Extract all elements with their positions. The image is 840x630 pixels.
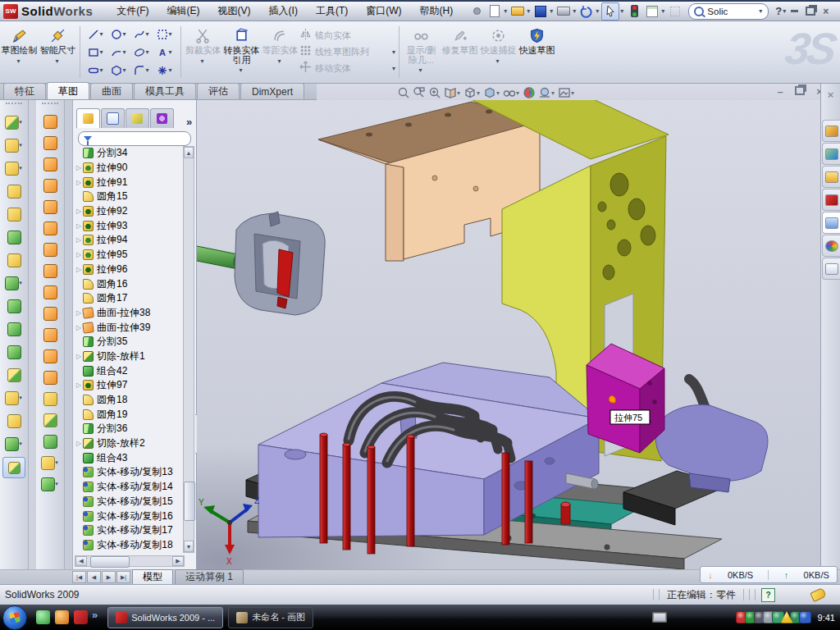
tool-swept-surface[interactable]: [36, 153, 64, 175]
tool-instant3d[interactable]: [0, 455, 28, 480]
sketch-entity-slot[interactable]: ▾: [84, 62, 107, 80]
tree-item-拉伸94[interactable]: ▷拉伸94: [75, 233, 185, 248]
nav-first-button[interactable]: |◀: [72, 571, 86, 583]
tool-delete-face[interactable]: [36, 303, 64, 324]
tool-ruled-surface[interactable]: [36, 281, 64, 303]
expander-icon[interactable]: ▷: [75, 179, 83, 186]
convert-entities-dropdown-icon[interactable]: ▾: [239, 66, 242, 74]
tree-item-分割34[interactable]: 分割34: [75, 146, 185, 161]
tool-planar-surface[interactable]: [36, 239, 64, 260]
tool-trim-surface[interactable]: [36, 367, 64, 388]
fm-overflow-chevron[interactable]: »: [186, 116, 192, 128]
hud-zoom-magnify[interactable]: [428, 86, 441, 99]
fm-tab-dimxpertmanager[interactable]: [150, 108, 174, 128]
sketch-entity-arc[interactable]: ▾: [107, 43, 130, 62]
tree-horizontal-scrollbar[interactable]: ◀ ▶: [75, 555, 185, 567]
minimize-button[interactable]: [787, 4, 802, 18]
tree-item-圆角16[interactable]: 圆角16: [75, 276, 185, 291]
tool-offset-surface[interactable]: [36, 260, 64, 281]
part-gray-slide[interactable]: [235, 212, 325, 315]
tree-item-实体-移动/复制13[interactable]: 实体-移动/复制13: [75, 465, 185, 480]
nav-next-button[interactable]: ▶: [102, 571, 116, 583]
display-delete-relations-dropdown-icon[interactable]: ▾: [418, 66, 422, 74]
search-input[interactable]: Solic ▾: [688, 3, 769, 20]
expander-icon[interactable]: ▷: [75, 381, 83, 389]
keyboard-icon[interactable]: [652, 612, 667, 623]
expander-icon[interactable]: ▷: [75, 440, 83, 447]
tree-vertical-scrollbar[interactable]: ▲ ▼: [183, 146, 194, 553]
task-pane-close-icon[interactable]: ×: [821, 89, 840, 101]
tool-knit-surface[interactable]: [36, 409, 64, 431]
tool-revolved-surface[interactable]: [36, 132, 64, 153]
ghost-icon[interactable]: [667, 3, 683, 20]
tree-item-分割35[interactable]: 分割35: [75, 335, 185, 349]
task-pane-tab-solidworks-resources[interactable]: [822, 120, 840, 142]
cm-button-rapid-sketch[interactable]: 快速草图: [518, 21, 556, 83]
tool-shell[interactable]: [0, 226, 28, 249]
print-icon[interactable]: [555, 3, 572, 20]
tree-item-实体-移动/复制15[interactable]: 实体-移动/复制15: [75, 495, 185, 509]
restore-button[interactable]: [802, 4, 818, 18]
tool-lofted-boss[interactable]: [0, 203, 28, 226]
doc-minimize-button[interactable]: –: [773, 85, 788, 98]
menu-7[interactable]: 帮助(H): [411, 1, 463, 21]
options-list-icon[interactable]: [644, 3, 660, 20]
tool-combine[interactable]: [0, 340, 28, 363]
hud-zoom-area[interactable]: [413, 86, 426, 99]
toolbar-grip[interactable]: [42, 103, 58, 108]
fm-tab-configurationmanager[interactable]: [126, 108, 149, 128]
cm-button-repair-sketch[interactable]: 修复草图: [441, 21, 479, 83]
sketch-entity-sketch-fillet[interactable]: ▾: [130, 62, 153, 80]
hud-apply-scene[interactable]: ▾: [538, 86, 555, 99]
print-dropdown-icon[interactable]: ▾: [573, 7, 576, 15]
scroll-left-icon[interactable]: ◀: [75, 556, 87, 566]
cm-button-quick-snaps[interactable]: 快速捕捉▾: [479, 21, 518, 83]
fm-tab-propertymanager[interactable]: [101, 108, 125, 128]
tree-item-组合43[interactable]: 组合43: [75, 450, 185, 465]
tree-item-分割36[interactable]: 分割36: [75, 422, 185, 436]
expander-icon[interactable]: ▷: [75, 251, 83, 258]
toolbar-grip[interactable]: [6, 103, 22, 108]
tool-boundary-surface[interactable]: [36, 196, 64, 217]
sketch-dropdown-icon[interactable]: ▾: [16, 57, 20, 65]
network-monitor-widget[interactable]: ↓ 0KB/S ↑ 0KB/S: [700, 566, 838, 583]
tool-hole-wizard[interactable]: [0, 249, 28, 272]
start-button[interactable]: [2, 605, 27, 630]
tree-item-组合42[interactable]: 组合42: [75, 363, 185, 378]
taskbar-button-未命名 - 画图[interactable]: 未命名 - 画图: [228, 607, 313, 628]
tool-thicken[interactable]: [36, 431, 64, 452]
cm-button-convert-entities[interactable]: 转换实体引用▾: [222, 21, 261, 83]
bottom-tab-模型[interactable]: 模型: [132, 569, 173, 584]
command-tab-草图[interactable]: 草图: [47, 82, 89, 99]
task-pane-tab-view-palette[interactable]: [822, 212, 840, 234]
tree-item-曲面-拉伸39[interactable]: ▷曲面-拉伸39: [75, 320, 185, 335]
tree-item-拉伸95[interactable]: ▷拉伸95: [75, 248, 185, 262]
tool-lofted-surface[interactable]: [36, 175, 64, 196]
command-tab-DimXpert[interactable]: DimXpert: [240, 83, 304, 99]
tree-item-圆角15[interactable]: 圆角15: [75, 189, 185, 204]
select-icon[interactable]: [601, 2, 619, 21]
tree-item-拉伸96[interactable]: ▷拉伸96: [75, 262, 185, 277]
tool-split[interactable]: [0, 317, 28, 340]
scroll-up-icon[interactable]: ▲: [184, 147, 194, 158]
cm-button-offset-entities[interactable]: 等距实体▾: [261, 21, 299, 83]
sketch-entity-spline[interactable]: ▾: [130, 25, 153, 43]
task-pane-tab-appearances[interactable]: [822, 235, 840, 257]
tray-messenger-status-icon[interactable]: [799, 611, 811, 623]
open-icon[interactable]: [509, 3, 526, 20]
sketch-entity-ellipse[interactable]: ▾: [130, 43, 153, 62]
tree-item-实体-移动/复制16[interactable]: 实体-移动/复制16: [75, 509, 185, 523]
tool-boss-extrude[interactable]: ▾: [0, 111, 28, 134]
tree-item-拉伸93[interactable]: ▷拉伸93: [75, 218, 185, 233]
cm-button-mirror-entities[interactable]: 镜向实体: [299, 28, 396, 44]
quick-launch-launcher[interactable]: [55, 610, 69, 624]
scrollbar-thumb[interactable]: [90, 556, 130, 568]
tree-filter-input[interactable]: [78, 131, 191, 146]
search-dropdown-icon[interactable]: ▾: [759, 7, 762, 15]
tool-draft[interactable]: [0, 294, 28, 317]
expander-icon[interactable]: ▷: [75, 266, 83, 273]
scrollbar-thumb[interactable]: [184, 482, 195, 521]
expander-icon[interactable]: ▷: [75, 164, 83, 171]
expander-icon[interactable]: ▷: [75, 353, 83, 360]
sketch-entity-rectangle[interactable]: ▾: [84, 43, 107, 62]
